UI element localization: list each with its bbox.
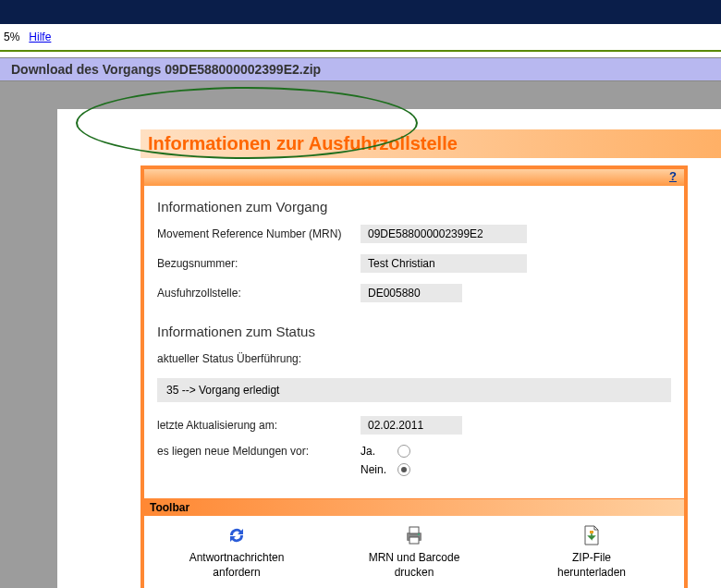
zip-file-icon [580,523,604,547]
download-bar[interactable]: Download des Vorgangs 09DE588000002399E2… [0,57,721,81]
toolbar: Antwortnachrichten anfordern MRN und Bar… [144,516,684,588]
mrn-value: 09DE588000002399E2 [360,225,527,243]
aktuell-label: aktueller Status Überführung: [157,352,360,365]
printer-icon [402,523,426,547]
meldungen-nein-row[interactable]: Nein. [360,463,410,476]
grey-strip [0,81,721,109]
help-icon[interactable]: ? [669,169,677,183]
btn3-line1: ZIP-File [572,551,611,566]
bezug-label: Bezugsnummer: [157,257,360,270]
download-bar-prefix: Download des Vorgangs [11,62,165,77]
vorgang-heading: Informationen zum Vorgang [157,199,671,214]
download-bar-file: 09DE588000002399E2.zip [165,62,321,77]
meldungen-ja-row[interactable]: Ja. [360,445,410,458]
nav-row: 5% Hilfe [0,24,721,52]
content-area: Informationen zur Ausfuhrzollstelle ? In… [57,109,721,588]
left-gutter [0,109,57,588]
zoll-label: Ausfuhrzollstelle: [157,287,360,300]
bezug-value: Test Christian [360,254,527,273]
zoll-value: DE005880 [360,284,462,302]
panel-header-strip: ? [144,169,684,186]
ja-label: Ja. [360,445,397,458]
svg-rect-4 [590,531,593,533]
btn2-line2: drucken [395,566,434,581]
btn1-line1: Antwortnachrichten [189,551,285,566]
status-heading: Informationen zum Status [157,324,671,339]
updated-value: 02.02.2011 [360,416,462,435]
updated-label: letzte Aktualisierung am: [157,419,360,432]
svg-rect-1 [409,527,419,533]
btn3-line2: herunterladen [557,566,626,581]
help-link[interactable]: Hilfe [29,31,51,43]
vorgang-section: Informationen zum Vorgang Movement Refer… [144,186,684,498]
nein-label: Nein. [360,463,397,476]
mrn-drucken-button[interactable]: MRN und Barcode drucken [340,523,488,580]
toolbar-header: Toolbar [144,498,684,516]
refresh-icon [225,523,249,547]
info-panel: ? Informationen zum Vorgang Movement Ref… [141,165,688,588]
aktuell-status-value: 35 --> Vorgang erledigt [157,378,671,402]
mrn-label: Movement Reference Number (MRN) [157,227,360,240]
radio-ja[interactable] [397,445,410,458]
page-title: Informationen zur Ausfuhrzollstelle [141,129,721,158]
svg-point-3 [418,533,420,535]
zoom-percent: 5% [4,31,19,43]
svg-rect-2 [409,537,419,544]
meldungen-label: es liegen neue Meldungen vor: [157,445,360,458]
radio-nein[interactable] [397,463,410,476]
app-topbar [0,0,721,24]
btn2-line1: MRN und Barcode [369,551,460,566]
zip-download-button[interactable]: ZIP-File herunterladen [518,523,666,580]
btn1-line2: anfordern [213,566,260,581]
antwort-anfordern-button[interactable]: Antwortnachrichten anfordern [163,523,311,580]
